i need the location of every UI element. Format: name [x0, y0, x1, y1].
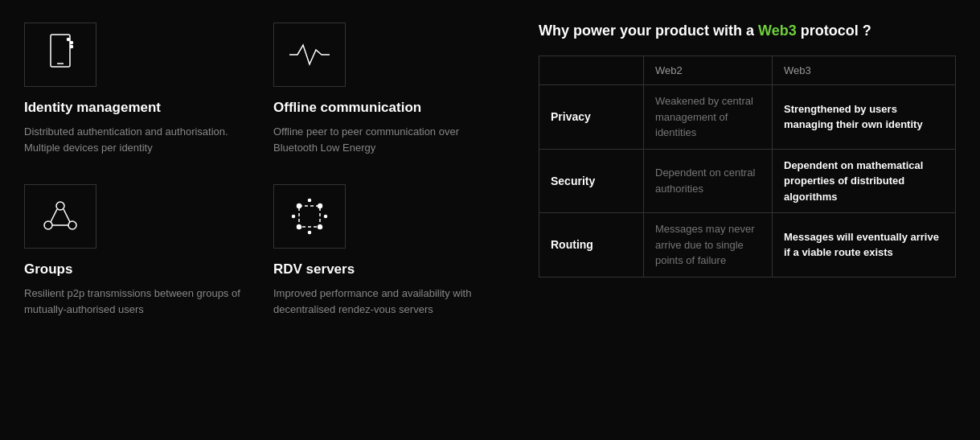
svg-point-13	[318, 204, 322, 208]
identity-desc: Distributed authentication and authorisa…	[24, 124, 241, 155]
svg-point-2	[68, 39, 70, 41]
offline-title: Offline communication	[273, 100, 490, 116]
row-web2-security: Dependent on central authorities	[644, 149, 773, 213]
svg-point-12	[297, 204, 301, 208]
feature-rdv: RDV servers Improved performance and ava…	[273, 184, 490, 317]
title-web3: Web3	[758, 23, 797, 39]
col-header-web2: Web2	[644, 56, 773, 85]
row-label-privacy: Privacy	[539, 85, 644, 150]
svg-point-6	[44, 221, 52, 229]
svg-point-7	[68, 221, 76, 229]
rdv-icon-box	[273, 184, 346, 249]
svg-point-4	[71, 46, 73, 48]
col-header-empty	[539, 56, 644, 85]
svg-point-17	[325, 216, 327, 218]
svg-point-18	[309, 232, 311, 234]
row-web3-privacy: Strengthened by users managing their own…	[773, 85, 956, 150]
rdv-desc: Improved performance and availability wi…	[273, 286, 490, 317]
phone-icon	[43, 33, 78, 76]
title-before: Why power your product with a	[539, 23, 758, 39]
row-web2-routing: Messages may never arrive due to single …	[644, 213, 773, 278]
left-panel: Identity management Distributed authenti…	[24, 23, 490, 346]
svg-point-14	[297, 225, 301, 229]
groups-icon-box	[24, 184, 96, 249]
svg-point-5	[56, 202, 64, 210]
comparison-table: Web2 Web3 Privacy Weakened by central ma…	[539, 56, 956, 278]
svg-rect-11	[299, 206, 320, 227]
identity-icon-box	[24, 23, 96, 87]
table-row-privacy: Privacy Weakened by central management o…	[539, 85, 956, 150]
svg-point-16	[309, 199, 311, 202]
svg-line-9	[64, 209, 70, 222]
comparison-title: Why power your product with a Web3 proto…	[539, 23, 956, 39]
table-row-security: Security Dependent on central authoritie…	[539, 149, 956, 213]
groups-icon	[39, 195, 82, 238]
row-web3-routing: Messages will eventually arrive if a via…	[773, 213, 956, 278]
groups-title: Groups	[24, 261, 241, 278]
rdv-title: RDV servers	[273, 261, 490, 278]
svg-point-19	[293, 216, 295, 218]
col-header-web3: Web3	[773, 56, 956, 85]
right-panel: Why power your product with a Web3 proto…	[490, 23, 956, 278]
wave-icon	[285, 39, 334, 71]
row-web2-privacy: Weakened by central management of identi…	[644, 85, 773, 150]
feature-groups: Groups Resilient p2p transmissions betwe…	[24, 184, 241, 317]
groups-desc: Resilient p2p transmissions between grou…	[24, 286, 241, 317]
svg-point-3	[71, 42, 73, 44]
feature-identity: Identity management Distributed authenti…	[24, 23, 241, 155]
row-web3-security: Dependent on mathematical properties of …	[773, 149, 956, 213]
title-after: protocol ?	[797, 23, 871, 39]
row-label-security: Security	[539, 149, 644, 213]
svg-line-8	[51, 209, 57, 222]
rdv-icon	[288, 195, 331, 238]
offline-desc: Offline peer to peer communication over …	[273, 124, 490, 155]
identity-title: Identity management	[24, 100, 241, 116]
offline-icon-box	[273, 23, 346, 87]
table-row-routing: Routing Messages may never arrive due to…	[539, 213, 956, 278]
feature-offline: Offline communication Offline peer to pe…	[273, 23, 490, 155]
svg-point-15	[318, 225, 322, 229]
row-label-routing: Routing	[539, 213, 644, 278]
